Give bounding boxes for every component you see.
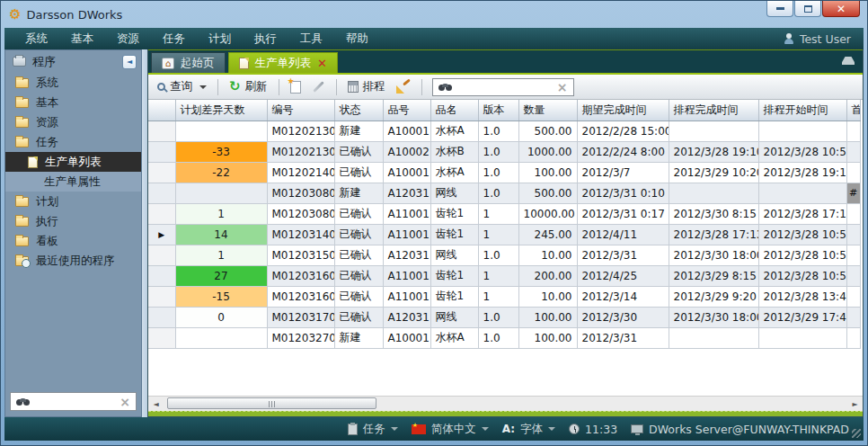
cell-item-no[interactable]: A11001: [383, 224, 430, 245]
cell-item-no[interactable]: A12031: [383, 183, 430, 203]
menu-item-0[interactable]: 系统: [13, 31, 59, 47]
cell-sched-end[interactable]: [669, 183, 758, 203]
cell-sched-end[interactable]: [669, 120, 758, 141]
cell-no[interactable]: M012031601: [267, 265, 334, 286]
cell-due[interactable]: 2012/2/28 15:00: [577, 120, 669, 141]
cell-diff[interactable]: 14: [175, 224, 267, 245]
cell-extra[interactable]: [846, 286, 860, 307]
cell-version[interactable]: 1.0: [478, 120, 518, 141]
cell-extra[interactable]: [846, 162, 860, 183]
cell-status[interactable]: 新建: [334, 327, 383, 348]
cell-sched-end[interactable]: 2012/3/29 9:20: [669, 286, 758, 307]
column-header-8[interactable]: 期望完成时间: [577, 100, 669, 120]
cell-sched-start[interactable]: 2012/3/28 10:52: [758, 224, 846, 245]
cell-qty[interactable]: 100.00: [518, 162, 577, 183]
cell-qty[interactable]: 500.00: [518, 183, 577, 203]
cell-sched-end[interactable]: 2012/3/29 8:15: [669, 265, 758, 286]
cell-diff[interactable]: 27: [175, 265, 267, 286]
row-selector[interactable]: ▶: [148, 224, 175, 245]
cell-no[interactable]: M012021301: [267, 120, 334, 141]
cell-item-name[interactable]: 水杯A: [430, 120, 478, 141]
cell-diff[interactable]: -33: [175, 141, 267, 162]
row-selector[interactable]: [148, 327, 175, 348]
cell-extra[interactable]: [846, 120, 860, 141]
cell-diff[interactable]: [175, 183, 267, 203]
select-all-corner[interactable]: [148, 100, 175, 120]
close-tab-icon[interactable]: ✕: [317, 58, 327, 69]
cell-version[interactable]: 1.0: [478, 245, 518, 265]
cell-item-no[interactable]: A12031: [383, 245, 430, 265]
sidebar-item-4[interactable]: 生产单列表: [5, 152, 141, 172]
cell-item-no[interactable]: A11001: [383, 286, 430, 307]
cell-version[interactable]: 1: [478, 224, 518, 245]
cell-status[interactable]: 已确认: [334, 141, 383, 162]
row-selector[interactable]: [148, 245, 175, 265]
cell-sched-start[interactable]: [758, 120, 846, 141]
sidebar-search-clear-icon[interactable]: ×: [120, 396, 130, 408]
query-button[interactable]: 查询: [155, 77, 209, 96]
cell-sched-start[interactable]: [758, 327, 846, 348]
status-language-menu[interactable]: 简体中文: [412, 422, 489, 437]
cell-diff[interactable]: -22: [175, 162, 267, 183]
cell-version[interactable]: 1.0: [478, 307, 518, 327]
minimize-button[interactable]: [766, 1, 793, 17]
cell-item-name[interactable]: 水杯A: [430, 162, 478, 183]
toolbar-search-input[interactable]: [457, 81, 552, 94]
menu-item-3[interactable]: 任务: [151, 31, 197, 47]
cell-qty[interactable]: 100.00: [518, 307, 577, 327]
sidebar-search-input[interactable]: [35, 396, 114, 408]
cell-due[interactable]: 2012/3/31: [577, 245, 669, 265]
cell-sched-end[interactable]: 2012/3/29 10:20: [669, 162, 758, 183]
cell-item-name[interactable]: 水杯B: [430, 141, 478, 162]
cell-extra[interactable]: [846, 265, 860, 286]
query-dropdown-icon[interactable]: [199, 85, 207, 89]
cell-diff[interactable]: 1: [175, 203, 267, 224]
scroll-left-icon[interactable]: ◄: [148, 397, 164, 411]
cell-due[interactable]: 2012/3/30: [577, 307, 669, 327]
cell-status[interactable]: 已确认: [334, 307, 383, 327]
edit-button[interactable]: [309, 84, 328, 90]
cell-sched-start[interactable]: 2012/3/28 10:52: [758, 265, 846, 286]
menu-item-2[interactable]: 资源: [105, 31, 151, 47]
cell-item-name[interactable]: 齿轮1: [430, 265, 478, 286]
maximize-button[interactable]: [794, 1, 821, 17]
cell-item-name[interactable]: 水杯A: [430, 327, 478, 348]
cell-due[interactable]: 2012/3/31: [577, 327, 669, 348]
cell-no[interactable]: M012030801: [267, 183, 334, 203]
cell-no[interactable]: M012032701: [267, 327, 334, 348]
row-selector[interactable]: [148, 141, 175, 162]
cell-qty[interactable]: 10.00: [518, 286, 577, 307]
menu-item-4[interactable]: 计划: [197, 31, 243, 47]
cell-no[interactable]: M012030802: [267, 203, 334, 224]
cell-qty[interactable]: 10000.00: [518, 203, 577, 224]
sidebar-item-2[interactable]: 资源: [5, 112, 141, 132]
cell-extra[interactable]: [846, 141, 860, 162]
tab-1[interactable]: 生产单列表✕: [228, 52, 338, 73]
cell-item-name[interactable]: 齿轮1: [430, 286, 478, 307]
column-header-7[interactable]: 数量: [518, 100, 577, 120]
cell-no[interactable]: M012031402: [267, 224, 334, 245]
cell-due[interactable]: 2012/4/11: [577, 224, 669, 245]
cell-status[interactable]: 新建: [334, 120, 383, 141]
cell-item-no[interactable]: A10001: [383, 327, 430, 348]
cell-due[interactable]: 2012/3/31 0:17: [577, 203, 669, 224]
cell-item-name[interactable]: 齿轮1: [430, 224, 478, 245]
cell-diff[interactable]: 1: [175, 245, 267, 265]
status-task-menu[interactable]: 任务: [348, 422, 398, 437]
cell-diff[interactable]: 0: [175, 307, 267, 327]
sidebar-item-0[interactable]: 系统: [5, 73, 141, 93]
cell-version[interactable]: 1.0: [478, 141, 518, 162]
cell-item-no[interactable]: A10002: [383, 141, 430, 162]
horizontal-scrollbar[interactable]: ◄ ►: [148, 396, 863, 411]
row-selector[interactable]: [148, 265, 175, 286]
sidebar-item-6[interactable]: 计划: [5, 192, 141, 211]
column-header-5[interactable]: 品名: [430, 100, 478, 120]
cell-status[interactable]: 已确认: [334, 265, 383, 286]
scrollbar-thumb[interactable]: [167, 397, 376, 409]
menu-item-1[interactable]: 基本: [59, 31, 105, 47]
row-selector[interactable]: [148, 286, 175, 307]
column-header-1[interactable]: 计划差异天数: [175, 100, 267, 120]
status-font-menu[interactable]: A: 字体: [502, 422, 555, 437]
clean-button[interactable]: [394, 78, 413, 95]
cell-due[interactable]: 2012/3/7: [577, 162, 669, 183]
